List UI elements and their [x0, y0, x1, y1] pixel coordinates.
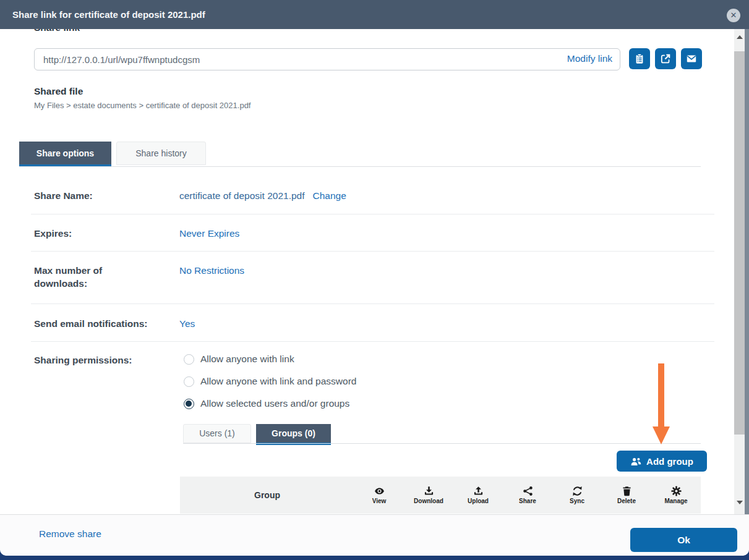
modal-header: Share link for certificate of deposit 20… — [0, 0, 749, 29]
column-download: Download — [404, 477, 453, 514]
trash-icon — [621, 486, 633, 496]
scroll-up-arrow-icon[interactable] — [737, 35, 743, 39]
scrollbar-track — [734, 29, 745, 514]
modal-footer: Remove share Ok — [0, 514, 749, 556]
open-in-new-window-icon — [660, 53, 671, 64]
gear-icon — [670, 486, 682, 496]
modify-link-button[interactable]: Modify link — [567, 53, 612, 64]
tab-groups[interactable]: Groups (0) — [256, 424, 331, 443]
max-downloads-label: Max number of downloads: — [34, 264, 139, 290]
view-eye-icon — [374, 486, 385, 496]
share-link-modal: Share link Modify link — [0, 0, 749, 556]
radio-allow-anyone-password[interactable]: Allow anyone with link and password — [184, 376, 356, 387]
radio-allow-selected-users-groups[interactable]: Allow selected users and/or groups — [184, 398, 349, 409]
column-delete: Delete — [602, 477, 651, 514]
scrollbar-thumb[interactable] — [734, 51, 745, 435]
share-name-value: certificate of deposit 2021.pdf — [179, 190, 305, 201]
email-envelope-icon — [686, 53, 697, 64]
group-permissions-table-header: Group View Download — [180, 477, 701, 514]
copy-link-button[interactable] — [629, 48, 650, 69]
share-name-label: Share Name: — [34, 189, 164, 202]
column-group: Group — [180, 477, 354, 514]
share-url-input[interactable] — [34, 48, 620, 70]
email-notifications-value-link[interactable]: Yes — [179, 317, 195, 330]
copy-to-clipboard-icon — [634, 53, 645, 64]
subtab-divider-line — [183, 443, 701, 444]
modal-title: Share link for certificate of deposit 20… — [12, 0, 205, 29]
expires-value-link[interactable]: Never Expires — [179, 227, 239, 240]
ok-button[interactable]: Ok — [630, 528, 737, 552]
row-separator — [31, 214, 714, 214]
annotation-arrow — [658, 363, 664, 427]
download-icon — [423, 486, 435, 496]
column-view: View — [354, 477, 404, 514]
window-edge-strip — [745, 29, 749, 514]
add-group-label: Add group — [646, 456, 693, 467]
tab-share-options[interactable]: Share options — [19, 142, 111, 165]
share-url-field-wrap: Modify link — [34, 48, 620, 70]
email-notifications-label: Send email notifications: — [34, 317, 182, 330]
add-group-button[interactable]: Add group — [617, 451, 707, 472]
row-separator — [31, 251, 714, 252]
share-name-value-row: certificate of deposit 2021.pdfChange — [179, 189, 346, 202]
column-upload: Upload — [453, 477, 503, 514]
shared-file-heading: Shared file — [34, 86, 83, 97]
remove-share-link[interactable]: Remove share — [39, 528, 101, 540]
radio-label: Allow anyone with link and password — [200, 376, 356, 387]
annotation-arrow-head — [653, 426, 670, 444]
tab-users[interactable]: Users (1) — [183, 424, 251, 443]
row-separator — [31, 341, 714, 342]
radio-label: Allow anyone with link — [200, 354, 294, 365]
breadcrumb: My Files > estate documents > certificat… — [34, 101, 250, 110]
column-manage: Manage — [651, 477, 701, 514]
change-share-name-link[interactable]: Change — [313, 190, 346, 201]
share-nodes-icon — [522, 486, 534, 496]
radio-circle-icon[interactable] — [184, 376, 194, 387]
radio-selected-icon[interactable] — [184, 399, 194, 409]
sync-icon — [571, 486, 583, 496]
scroll-down-arrow-icon[interactable] — [737, 501, 743, 504]
sharing-permissions-label: Sharing permissions: — [34, 354, 164, 367]
open-link-button[interactable] — [655, 48, 676, 69]
upload-icon — [473, 486, 484, 496]
group-users-icon — [630, 457, 642, 466]
tab-divider-line — [19, 166, 701, 167]
radio-allow-anyone[interactable]: Allow anyone with link — [184, 354, 294, 365]
column-sync: Sync — [552, 477, 602, 514]
share-dialog-page: Share link Modify link — [0, 0, 749, 560]
email-link-button[interactable] — [681, 48, 702, 69]
expires-label: Expires: — [34, 227, 164, 240]
row-separator — [31, 303, 714, 304]
close-icon[interactable]: ✕ — [727, 9, 740, 22]
tab-share-history[interactable]: Share history — [116, 142, 206, 165]
column-share: Share — [503, 477, 552, 514]
max-downloads-value-link[interactable]: No Restrictions — [179, 264, 244, 277]
radio-circle-icon[interactable] — [184, 354, 194, 365]
radio-label: Allow selected users and/or groups — [200, 398, 349, 409]
